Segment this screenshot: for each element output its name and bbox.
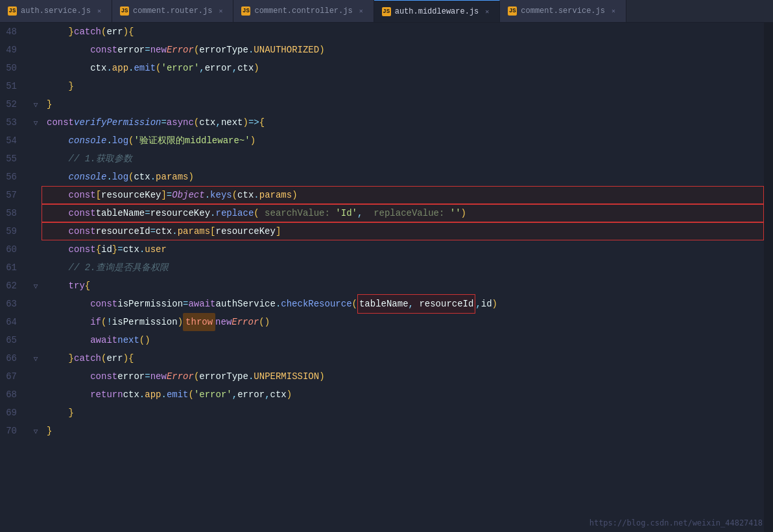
code-line-63: const isPermission = await authService.c… bbox=[42, 295, 764, 313]
code-line-68: return ctx.app.emit('error', error, ctx) bbox=[42, 386, 764, 404]
ln-70: 70 bbox=[0, 422, 23, 440]
fold-67 bbox=[30, 367, 42, 386]
tab-close-1[interactable]: ✕ bbox=[95, 6, 104, 16]
ln-63: 63 bbox=[0, 295, 23, 313]
tab-auth-service[interactable]: JS auth.service.js ✕ bbox=[0, 0, 112, 23]
fold-57 bbox=[30, 186, 42, 204]
fold-60 bbox=[30, 240, 42, 259]
ln-67: 67 bbox=[0, 367, 23, 386]
code-line-51: } bbox=[42, 77, 764, 95]
tab-label-3: comment.controller.js bbox=[254, 6, 352, 16]
tab-label-5: comment.service.js bbox=[521, 6, 605, 16]
fold-53[interactable]: ▽ bbox=[30, 113, 42, 132]
fold-50 bbox=[30, 59, 42, 77]
code-line-65: await next() bbox=[42, 331, 764, 349]
fold-gutter: ▽ ▽ ▽ ▽ ▽ bbox=[30, 23, 42, 532]
ln-60: 60 bbox=[0, 240, 23, 259]
ln-57: 57 bbox=[0, 186, 23, 204]
tab-close-3[interactable]: ✕ bbox=[357, 6, 366, 16]
fold-56 bbox=[30, 168, 42, 186]
ln-56: 56 bbox=[0, 168, 23, 186]
tab-icon-1: JS bbox=[8, 6, 17, 16]
tab-close-2[interactable]: ✕ bbox=[216, 6, 225, 16]
fold-58 bbox=[30, 204, 42, 222]
ln-58: 58 bbox=[0, 204, 23, 222]
tab-comment-controller[interactable]: JS comment.controller.js ✕ bbox=[233, 0, 374, 23]
ln-48: 48 bbox=[0, 23, 23, 41]
code-line-64: if (!isPermission) throw new Error() bbox=[42, 313, 764, 331]
tab-icon-3: JS bbox=[241, 6, 250, 16]
code-line-56: console.log(ctx.params) bbox=[42, 168, 764, 186]
tab-icon-4: JS bbox=[382, 7, 391, 16]
tab-close-4[interactable]: ✕ bbox=[482, 7, 492, 16]
fold-61 bbox=[30, 259, 42, 277]
code-line-49: const error = new Error(errorType.UNAUTH… bbox=[42, 41, 764, 59]
code-line-54: console.log('验证权限的middleware~') bbox=[42, 132, 764, 150]
code-line-58: const tableName = resourceKey.replace( s… bbox=[42, 204, 764, 222]
tab-icon-2: JS bbox=[120, 6, 129, 16]
ln-62: 62 bbox=[0, 277, 23, 295]
code-line-62: try { bbox=[42, 277, 764, 295]
code-line-48: } catch (err) { bbox=[42, 23, 764, 41]
tab-comment-service[interactable]: JS comment.service.js ✕ bbox=[500, 0, 626, 23]
code-line-66: } catch (err) { bbox=[42, 349, 764, 367]
tab-label-4: auth.middleware.js bbox=[395, 7, 479, 16]
ln-61: 61 bbox=[0, 259, 23, 277]
fold-54 bbox=[30, 132, 42, 150]
fold-66[interactable]: ▽ bbox=[30, 349, 42, 367]
ln-68: 68 bbox=[0, 386, 23, 404]
fold-64 bbox=[30, 313, 42, 331]
ln-52: 52 bbox=[0, 95, 23, 113]
code-area: 48 49 50 51 52 53 54 55 56 57 58 59 60 6… bbox=[0, 23, 773, 532]
tab-bar: JS auth.service.js ✕ JS comment.router.j… bbox=[0, 0, 773, 23]
ln-65: 65 bbox=[0, 331, 23, 349]
ln-69: 69 bbox=[0, 404, 23, 422]
code-line-52: } bbox=[42, 95, 764, 113]
ln-66: 66 bbox=[0, 349, 23, 367]
code-line-53: const verifyPermission = async (ctx, nex… bbox=[42, 113, 764, 132]
tab-label-2: comment.router.js bbox=[133, 6, 212, 16]
scrollbar-area[interactable] bbox=[764, 23, 773, 532]
fold-52[interactable]: ▽ bbox=[30, 95, 42, 113]
ln-49: 49 bbox=[0, 41, 23, 59]
fold-65 bbox=[30, 331, 42, 349]
code-lines: } catch (err) { const error = new Error(… bbox=[42, 23, 764, 532]
fold-62[interactable]: ▽ bbox=[30, 277, 42, 295]
tab-comment-router[interactable]: JS comment.router.js ✕ bbox=[112, 0, 233, 23]
ln-59: 59 bbox=[0, 222, 23, 240]
fold-51 bbox=[30, 77, 42, 95]
fold-48 bbox=[30, 23, 42, 41]
code-line-70: } bbox=[42, 422, 764, 440]
fold-63 bbox=[30, 295, 42, 313]
code-line-55: // 1.获取参数 bbox=[42, 150, 764, 168]
bottom-url: https://blog.csdn.net/weixin_44827418 bbox=[589, 514, 763, 532]
code-line-61: // 2.查询是否具备权限 bbox=[42, 259, 764, 277]
code-line-60: const { id } = ctx.user bbox=[42, 240, 764, 259]
code-line-57: const [resourceKey] = Object.keys(ctx.pa… bbox=[42, 186, 764, 204]
tab-close-5[interactable]: ✕ bbox=[609, 6, 618, 16]
code-line-50: ctx.app.emit('error', error, ctx) bbox=[42, 59, 764, 77]
code-line-59: const resourceId = ctx.params[resourceKe… bbox=[42, 222, 764, 240]
fold-68 bbox=[30, 386, 42, 404]
fold-49 bbox=[30, 41, 42, 59]
code-line-67: const error = new Error(errorType.UNPERM… bbox=[42, 367, 764, 386]
ln-54: 54 bbox=[0, 132, 23, 150]
ln-53: 53 bbox=[0, 113, 23, 132]
tab-auth-middleware[interactable]: JS auth.middleware.js ✕ bbox=[374, 0, 501, 23]
fold-69 bbox=[30, 404, 42, 422]
fold-70[interactable]: ▽ bbox=[30, 422, 42, 440]
ln-51: 51 bbox=[0, 77, 23, 95]
ln-55: 55 bbox=[0, 150, 23, 168]
fold-59 bbox=[30, 222, 42, 240]
ln-50: 50 bbox=[0, 59, 23, 77]
tab-label-1: auth.service.js bbox=[21, 6, 91, 16]
ln-64: 64 bbox=[0, 313, 23, 331]
fold-55 bbox=[30, 150, 42, 168]
tab-icon-5: JS bbox=[508, 6, 517, 16]
code-line-69: } bbox=[42, 404, 764, 422]
line-numbers: 48 49 50 51 52 53 54 55 56 57 58 59 60 6… bbox=[0, 23, 30, 532]
